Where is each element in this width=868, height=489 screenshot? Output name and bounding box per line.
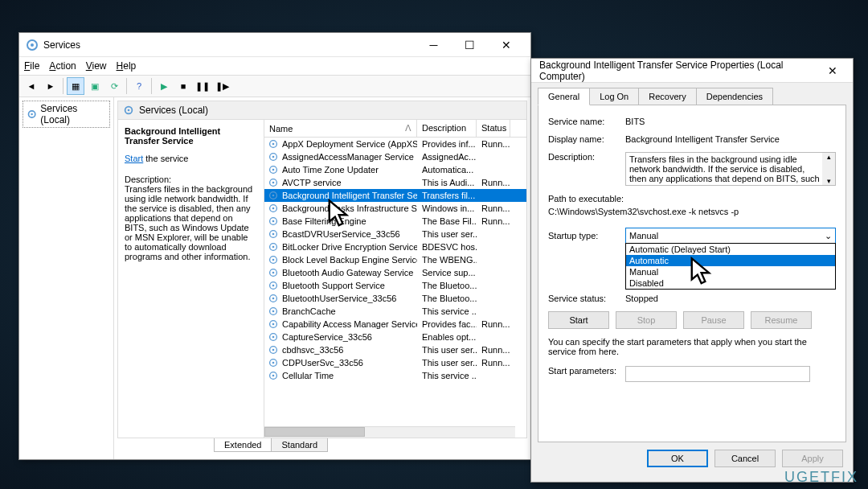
column-description[interactable]: Description: [417, 120, 477, 137]
svg-point-31: [272, 298, 275, 300]
back-button[interactable]: ◄: [23, 77, 40, 95]
service-row[interactable]: AppX Deployment Service (AppXSVC)Provide…: [264, 138, 526, 150]
service-name: Capability Access Manager Service: [282, 319, 417, 329]
dialog-titlebar[interactable]: Background Intelligent Transfer Service …: [531, 59, 853, 83]
service-status: Runn...: [477, 345, 510, 355]
service-row[interactable]: CaptureService_33c56Enables opt...: [264, 331, 526, 343]
menu-file[interactable]: File: [24, 60, 39, 72]
dropdown-option[interactable]: Disabled: [626, 277, 835, 289]
service-row[interactable]: AVCTP serviceThis is Audi...Runn...: [264, 176, 526, 189]
start-button[interactable]: Start: [548, 311, 609, 329]
service-name: BluetoothUserService_33c56: [282, 294, 396, 303]
gear-icon: [123, 105, 134, 116]
label-startup-type: Startup type:: [548, 231, 625, 240]
svg-point-15: [272, 195, 275, 197]
menu-action[interactable]: Action: [49, 60, 76, 72]
service-row[interactable]: Base Filtering EngineThe Base Fil...Runn…: [264, 215, 526, 228]
service-row[interactable]: Background Intelligent Transfer ServiceT…: [264, 189, 526, 202]
tab-standard[interactable]: Standard: [271, 438, 328, 452]
gear-icon: [268, 164, 279, 175]
dropdown-option[interactable]: Automatic: [626, 255, 835, 266]
pause-button[interactable]: ❚❚: [194, 77, 211, 95]
menu-view[interactable]: View: [86, 60, 107, 72]
apply-button: Apply: [782, 450, 843, 467]
dialog-close-button[interactable]: ✕: [821, 64, 845, 77]
tab-recovery[interactable]: Recovery: [638, 88, 696, 105]
service-row[interactable]: Bluetooth Audio Gateway ServiceService s…: [264, 266, 526, 279]
show-hide-button[interactable]: ▦: [67, 77, 84, 95]
pane-header: Services (Local): [117, 101, 527, 120]
service-status: Runn...: [477, 358, 510, 368]
service-row[interactable]: Block Level Backup Engine ServiceThe WBE…: [264, 253, 526, 266]
startup-type-dropdown: Automatic (Delayed Start)AutomaticManual…: [625, 243, 836, 290]
forward-button[interactable]: ►: [42, 77, 59, 95]
export-button[interactable]: ▣: [86, 77, 104, 95]
tab-general[interactable]: General: [538, 88, 590, 105]
desc-label: Description:: [125, 175, 257, 184]
service-description: Transfers fil...: [417, 191, 477, 200]
cancel-button[interactable]: Cancel: [714, 450, 776, 467]
service-row[interactable]: CDPUserSvc_33c56This user ser...Runn...: [264, 356, 526, 369]
ok-button[interactable]: OK: [647, 450, 708, 467]
service-name: Base Filtering Engine: [282, 216, 366, 226]
service-description: The Bluetoo...: [417, 281, 477, 290]
gear-icon: [268, 357, 279, 368]
horizontal-scrollbar[interactable]: [264, 426, 515, 438]
service-row[interactable]: Capability Access Manager ServiceProvide…: [264, 318, 526, 331]
service-row[interactable]: BitLocker Drive Encryption ServiceBDESVC…: [264, 240, 526, 253]
svg-point-21: [272, 233, 275, 236]
play-button[interactable]: ▶: [155, 77, 173, 95]
restart-button[interactable]: ❚▶: [213, 77, 231, 95]
dropdown-option[interactable]: Automatic (Delayed Start): [626, 244, 835, 255]
service-row[interactable]: Bluetooth Support ServiceThe Bluetoo...: [264, 279, 526, 292]
description-scrollbar[interactable]: ▴▾: [822, 153, 835, 185]
menu-help[interactable]: Help: [117, 60, 137, 72]
service-description: The Bluetoo...: [417, 294, 477, 303]
description-textbox[interactable]: Transfers files in the background using …: [625, 152, 836, 186]
label-path: Path to executable:: [548, 194, 836, 203]
list-header: Nameᐱ Description Status: [264, 120, 526, 138]
service-description: This user ser...: [417, 345, 477, 355]
service-row[interactable]: BcastDVRUserService_33c56This user ser..…: [264, 228, 526, 240]
refresh-button[interactable]: ⟳: [105, 77, 123, 95]
services-icon: [26, 39, 39, 51]
service-row[interactable]: Auto Time Zone UpdaterAutomatica...: [264, 163, 526, 176]
startup-type-select[interactable]: Manual ⌄: [625, 228, 836, 244]
tab-dependencies[interactable]: Dependencies: [696, 88, 773, 105]
service-status: Runn...: [477, 139, 510, 149]
tree-pane: Services (Local): [19, 97, 114, 459]
service-name: BitLocker Drive Encryption Service: [282, 242, 417, 252]
value-service-name: BITS: [625, 117, 836, 126]
titlebar[interactable]: Services ─ ☐ ✕: [19, 33, 530, 57]
minimize-button[interactable]: ─: [416, 34, 452, 56]
gear-icon: [268, 203, 279, 214]
tab-extended[interactable]: Extended: [214, 438, 272, 452]
service-row[interactable]: BranchCacheThis service ...: [264, 305, 526, 318]
close-button[interactable]: ✕: [488, 34, 524, 56]
service-row[interactable]: Cellular TimeThis service ...: [264, 369, 526, 382]
column-name[interactable]: Nameᐱ: [264, 120, 417, 137]
dropdown-option[interactable]: Manual: [626, 266, 835, 277]
stop-button[interactable]: ■: [174, 77, 192, 95]
start-params-input[interactable]: [625, 366, 810, 382]
tree-item-services-local[interactable]: Services (Local): [23, 101, 110, 128]
service-name: Cellular Time: [282, 371, 334, 380]
maximize-button[interactable]: ☐: [452, 34, 488, 56]
gear-icon: [268, 370, 279, 381]
service-row[interactable]: AssignedAccessManager ServiceAssignedAc.…: [264, 150, 526, 163]
svg-point-43: [272, 375, 275, 377]
service-name: BranchCache: [282, 306, 336, 316]
tab-logon[interactable]: Log On: [589, 88, 639, 105]
column-status[interactable]: Status: [477, 120, 510, 137]
gear-icon: [268, 267, 279, 278]
start-link[interactable]: Start: [125, 154, 143, 163]
service-row[interactable]: Background Tasks Infrastructure ServiceW…: [264, 202, 526, 215]
service-description: This service ...: [417, 371, 477, 380]
service-row[interactable]: cbdhsvc_33c56This user ser...Runn...: [264, 343, 526, 356]
label-description: Description:: [548, 152, 625, 162]
service-description: AssignedAc...: [417, 152, 477, 162]
service-description: Provides inf...: [417, 139, 477, 149]
svg-point-13: [272, 182, 275, 184]
service-row[interactable]: BluetoothUserService_33c56The Bluetoo...: [264, 292, 526, 305]
help-button[interactable]: ?: [130, 77, 148, 95]
